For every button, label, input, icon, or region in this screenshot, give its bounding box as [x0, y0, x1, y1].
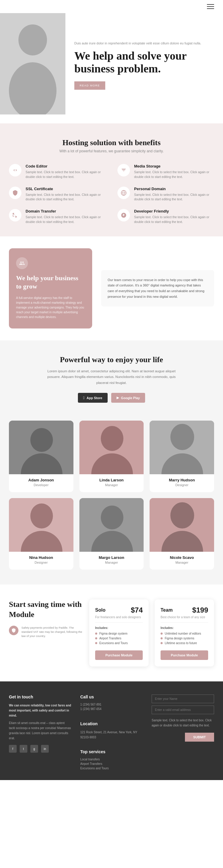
hosting-section: Hosting solution with benefits With a lo… [0, 123, 223, 237]
pricing-section: Start saving time with Module Safety pay… [0, 585, 223, 681]
hosting-title: Hosting solution with benefits [9, 138, 214, 147]
hero-image [0, 13, 65, 115]
navbar [0, 0, 223, 13]
features-grid: Code Editor Sample text. Click to select… [9, 164, 214, 224]
team-name-linda: Linda Larson [79, 478, 144, 482]
footer-location-title: Location [80, 721, 143, 726]
hosting-subtitle: With a lot of powerful features, we guar… [9, 149, 214, 153]
team-card-nina: Nina Hudson Designer [9, 498, 73, 569]
footer-services-title: Top services [80, 749, 143, 754]
personal-domain-icon [117, 187, 130, 199]
pricing-card-solo: Solo $74 For freelancers and solo design… [89, 599, 149, 666]
google-icon[interactable]: g [30, 745, 38, 753]
svg-point-17 [101, 505, 123, 529]
team-name-adam: Adam Jonson [9, 478, 73, 482]
google-play-button[interactable]: ▶ Google Play [111, 393, 145, 403]
read-more-button[interactable]: READ MORE [74, 82, 105, 90]
team-role-adam: Developer [9, 483, 73, 487]
solo-item-1: Figma design system [95, 632, 143, 635]
app-buttons:  App Store ▶ Google Play [9, 393, 214, 403]
grow-left-panel: We help your business to grow A full-ser… [9, 248, 92, 329]
feature-domain-transfer-text: Domain Transfer Sample text. Click to se… [26, 209, 106, 224]
app-section: Powerful way to enjoy your life Lorem ip… [0, 340, 223, 415]
developer-friendly-icon [117, 209, 130, 221]
app-store-button[interactable]:  App Store [78, 393, 108, 403]
feature-developer-friendly-text: Developer Friendly Sample text. Click to… [134, 209, 214, 224]
team-item-2: Figma design systems [160, 637, 208, 640]
app-desc: Lorem ipsum dolor sit amet, consectetur … [43, 368, 180, 386]
team-name-nina: Nina Hudson [9, 555, 73, 560]
footer-contact-body: Etiam sit amet consults erat – class apt… [9, 720, 71, 741]
feature-developer-friendly: Developer Friendly Sample text. Click to… [117, 209, 214, 224]
team-grid: Adam Jonson Developer Linda Larson Manag… [9, 421, 214, 569]
team-name-margo: Margo Larson [79, 555, 144, 560]
team-card-marry: Marry Hudson Designer [150, 421, 214, 492]
ssl-icon [9, 187, 22, 199]
pricing-note-icon [9, 626, 18, 635]
feature-domain-transfer: Domain Transfer Sample text. Click to se… [9, 209, 106, 224]
footer-service-2[interactable]: Airport Transfers [80, 762, 143, 766]
pricing-left: Start saving time with Module Safety pay… [9, 599, 83, 638]
team-avatar-nina [9, 498, 73, 552]
solo-subtitle: For freelancers and solo designers [95, 616, 143, 619]
team-role-marry: Designer [150, 483, 214, 487]
footer-col-info: Call us 1 (234) 567-891 1 (234) 987-654 … [80, 694, 143, 771]
footer-contact-desc: We can ensure reliability, low cost fare… [9, 703, 71, 718]
solo-item-3: Excursions and Tours [95, 642, 143, 645]
team-price-amount: $199 [192, 606, 208, 614]
team-avatar-margo [79, 498, 144, 552]
footer-service-3[interactable]: Excursions and Tours [80, 767, 143, 770]
team-section: Adam Jonson Developer Linda Larson Manag… [0, 414, 223, 585]
team-name-nicole: Nicole Scavo [150, 555, 214, 560]
team-avatar-marry [150, 421, 214, 474]
team-role-margo: Manager [79, 561, 144, 564]
footer-col-contact: Get in touch We can ensure reliability, … [9, 694, 71, 771]
hero-title: We help and solve your business problem. [74, 50, 214, 75]
submit-button[interactable]: SUBMIT [185, 733, 214, 742]
solo-purchase-button[interactable]: Purchase Module [95, 650, 143, 660]
pricing-card-team: Team $199 Best choice for a team of any … [155, 599, 214, 666]
feature-ssl-text: SSL Certificate Sample text. Click to se… [26, 187, 106, 202]
solo-price: $74 [131, 606, 143, 614]
team-purchase-button[interactable]: Purchase Module [160, 650, 208, 660]
hero-tagline: Duis aute irure dolor in reprehenderit i… [74, 41, 214, 46]
grow-section: We help your business to grow A full-ser… [0, 237, 223, 340]
team-card-adam: Adam Jonson Developer [9, 421, 73, 492]
feature-personal-domain: Personal Domain Sample text. Click to se… [117, 187, 214, 202]
linkedin-icon[interactable]: in [41, 745, 49, 753]
team-name-marry: Marry Hudson [150, 478, 214, 482]
footer-callus-title: Call us [80, 694, 143, 699]
footer-sample-text: Sample text. Click to select the text bo… [152, 718, 214, 728]
team-role-linda: Manager [79, 483, 144, 487]
footer-phone2[interactable]: 1 (234) 987-654 [80, 707, 143, 711]
email-input[interactable] [152, 706, 214, 714]
svg-point-8 [101, 426, 123, 451]
pricing-note: Safety payments provided by Paddle. The … [9, 626, 83, 639]
grow-desc: A full-service digital agency has the st… [16, 296, 85, 319]
grow-right-text: Our team comes to your rescue in order t… [108, 277, 208, 300]
solo-title: Solo [95, 608, 106, 613]
name-input[interactable] [152, 694, 214, 703]
team-role-nicole: Manager [150, 561, 214, 564]
footer-phone1[interactable]: 1 (234) 567-891 [80, 703, 143, 706]
domain-transfer-icon [9, 209, 22, 221]
facebook-icon[interactable]: f [9, 745, 17, 753]
feature-media-storage: Media Storage Sample text. Click to sele… [117, 164, 214, 180]
footer: Get in touch We can ensure reliability, … [0, 681, 223, 780]
team-price-title: Team [160, 608, 173, 613]
hero-content: Duis aute irure dolor in reprehenderit i… [65, 32, 223, 96]
feature-code-editor: Code Editor Sample text. Click to select… [9, 164, 106, 180]
hamburger-menu[interactable] [207, 4, 214, 9]
team-avatar-nicole [150, 498, 214, 552]
solo-item-2: Airport Transfers [95, 637, 143, 640]
team-avatar-linda [79, 421, 144, 474]
team-item-1: Unlimited number of editors [160, 632, 208, 635]
feature-personal-domain-text: Personal Domain Sample text. Click to se… [134, 187, 214, 202]
media-storage-icon [117, 164, 130, 177]
svg-point-11 [171, 424, 194, 450]
twitter-icon[interactable]: t [20, 745, 27, 753]
feature-code-editor-text: Code Editor Sample text. Click to select… [26, 164, 106, 180]
svg-point-20 [171, 502, 194, 528]
footer-service-1[interactable]: Local transfers [80, 758, 143, 761]
app-title: Powerful way to enjoy your life [9, 355, 214, 364]
